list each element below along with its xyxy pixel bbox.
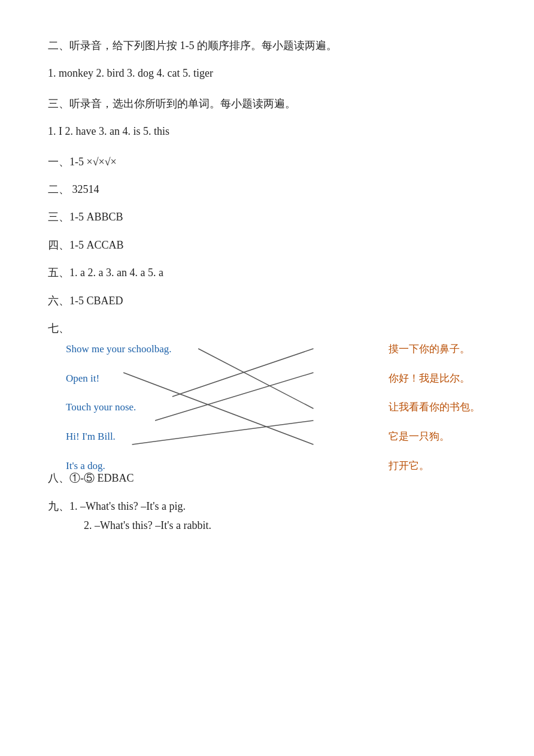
right-item-3: 让我看看你的书包。: [389, 398, 480, 417]
answer-1: 一、1-5 ×√×√×: [48, 152, 486, 171]
section-7-heading: 七、: [48, 322, 69, 334]
svg-line-0: [198, 349, 313, 409]
left-item-2: Open it!: [66, 370, 204, 388]
answer-5: 五、1. a 2. a 3. an 4. a 5. a: [48, 263, 486, 282]
left-item-3: Touch your nose.: [66, 398, 204, 417]
right-item-5: 打开它。: [389, 457, 480, 476]
section-2-items: 1. monkey 2. bird 3. dog 4. cat 5. tiger: [48, 63, 486, 83]
right-item-4: 它是一只狗。: [389, 428, 480, 446]
answer-2: 二、 32514: [48, 180, 486, 199]
right-item-1: 摸一下你的鼻子。: [389, 340, 480, 359]
right-item-2: 你好！我是比尔。: [389, 370, 480, 388]
left-item-1: Show me your schoolbag.: [66, 340, 204, 359]
left-item-4: Hi! I'm Bill.: [66, 428, 204, 446]
section-3-items: 1. I 2. have 3. an 4. is 5. this: [48, 122, 486, 141]
matching-right-column: 摸一下你的鼻子。 你好！我是比尔。 让我看看你的书包。 它是一只狗。 打开它。: [389, 340, 480, 475]
matching-area: Show me your schoolbag. Open it! Touch y…: [66, 340, 486, 460]
answer-9: 九、1. –What's this? –It's a pig. 2. –What…: [48, 497, 486, 536]
answer-6: 六、1-5 CBAED: [48, 291, 486, 310]
section-2: 二、听录音，给下列图片按 1-5 的顺序排序。每小题读两遍。 1. monkey…: [48, 36, 486, 83]
section-7: 七、 Show me your schoolbag. Open it! Touc…: [48, 319, 486, 460]
answer-9-line2: 2. –What's this? –It's a rabbit.: [84, 516, 486, 535]
section-3: 三、听录音，选出你所听到的单词。每小题读两遍。 1. I 2. have 3. …: [48, 94, 486, 141]
answer-3: 三、1-5 ABBCB: [48, 207, 486, 226]
answer-9-heading: 九、1. –What's this? –It's a pig.: [48, 497, 486, 516]
section-2-heading: 二、听录音，给下列图片按 1-5 的顺序排序。每小题读两遍。: [48, 36, 486, 55]
matching-left-column: Show me your schoolbag. Open it! Touch y…: [66, 340, 204, 460]
answer-4: 四、1-5 ACCAB: [48, 235, 486, 255]
left-item-5: It's a dog.: [66, 457, 204, 476]
section-3-heading: 三、听录音，选出你所听到的单词。每小题读两遍。: [48, 94, 486, 113]
